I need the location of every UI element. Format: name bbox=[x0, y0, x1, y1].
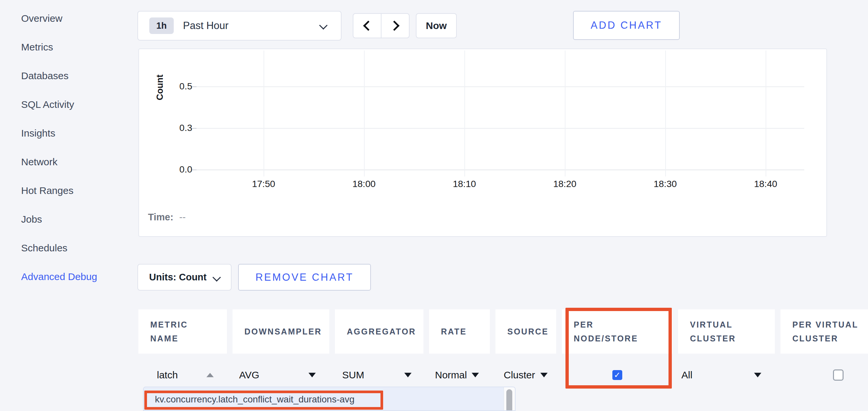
triangle-down-icon[interactable] bbox=[540, 373, 548, 377]
time-range-select[interactable]: 1h Past Hour bbox=[137, 11, 342, 41]
aggregator-select[interactable]: SUM bbox=[342, 370, 364, 381]
column-header-rate[interactable]: RATE bbox=[429, 309, 490, 353]
sidebar-nav: OverviewMetricsDatabasesSQL ActivityInsi… bbox=[0, 4, 132, 291]
y-gridline bbox=[196, 128, 804, 129]
triangle-up-icon[interactable] bbox=[207, 373, 214, 377]
x-tick-label: 18:40 bbox=[743, 179, 789, 189]
sidebar-item-jobs[interactable]: Jobs bbox=[0, 205, 132, 234]
triangle-down-icon[interactable] bbox=[309, 373, 316, 377]
x-gridline bbox=[264, 50, 264, 176]
y-gridline bbox=[196, 170, 804, 170]
source-select[interactable]: Cluster bbox=[504, 370, 535, 381]
units-select-label: Units: Count bbox=[149, 272, 207, 283]
triangle-down-icon[interactable] bbox=[472, 373, 479, 377]
sidebar-item-databases[interactable]: Databases bbox=[0, 61, 132, 90]
y-tick-label: 0.0 bbox=[159, 164, 192, 175]
column-header-line: VIRTUAL bbox=[690, 318, 775, 332]
chart-panel: Count 0.50.30.017:5018:0018:1018:2018:30… bbox=[138, 48, 827, 237]
y-tick-mark bbox=[192, 170, 196, 170]
x-gridline bbox=[464, 50, 465, 176]
virtual-cluster-select[interactable]: All bbox=[681, 370, 692, 381]
sidebar-item-hot-ranges[interactable]: Hot Ranges bbox=[0, 176, 132, 205]
sidebar-item-schedules[interactable]: Schedules bbox=[0, 234, 132, 262]
now-button[interactable]: Now bbox=[416, 13, 457, 38]
chevron-down-icon bbox=[319, 21, 327, 29]
scrollbar-thumb[interactable] bbox=[506, 389, 512, 411]
column-header-aggregator[interactable]: AGGREGATOR bbox=[335, 309, 424, 353]
column-header-per-node-store[interactable]: PERNODE/STORE bbox=[562, 309, 673, 353]
triangle-down-icon[interactable] bbox=[404, 373, 411, 377]
column-header-line: PER VIRTUAL bbox=[793, 318, 868, 332]
column-header-line: NODE/STORE bbox=[574, 332, 673, 345]
column-header-line: DOWNSAMPLER bbox=[244, 324, 329, 338]
x-gridline bbox=[364, 50, 365, 176]
column-header-line: CLUSTER bbox=[690, 332, 775, 345]
sidebar-item-metrics[interactable]: Metrics bbox=[0, 33, 132, 61]
triangle-down-icon[interactable] bbox=[754, 373, 761, 377]
metric-suggestions-dropdown: kv.concurrency.latch_conflict_wait_durat… bbox=[143, 386, 516, 411]
sidebar-item-advanced-debug[interactable]: Advanced Debug bbox=[0, 262, 132, 291]
column-header-line: AGGREGATOR bbox=[347, 324, 424, 338]
x-tick-label: 18:20 bbox=[542, 179, 588, 189]
x-gridline bbox=[665, 50, 666, 176]
x-tick-label: 18:10 bbox=[441, 179, 488, 189]
column-header-per-virtual-cluster[interactable]: PER VIRTUALCLUSTER bbox=[780, 309, 868, 353]
column-header-line: CLUSTER bbox=[793, 332, 868, 345]
x-gridline bbox=[766, 50, 766, 176]
y-tick-label: 0.3 bbox=[159, 123, 192, 133]
x-tick-label: 18:30 bbox=[642, 179, 688, 189]
metric-name-input[interactable]: latch bbox=[157, 370, 178, 381]
per-node-store-checkbox[interactable]: ✓ bbox=[612, 370, 622, 380]
x-tick-label: 17:50 bbox=[241, 179, 287, 189]
y-tick-mark bbox=[192, 87, 196, 87]
chevron-down-icon bbox=[213, 273, 221, 281]
chevron-left-icon bbox=[363, 21, 373, 31]
metric-suggestion[interactable]: kv.concurrency.latch_conflict_wait_durat… bbox=[144, 387, 515, 411]
rate-select[interactable]: Normal bbox=[435, 370, 467, 381]
y-tick-mark bbox=[192, 128, 196, 129]
time-range-badge: 1h bbox=[149, 18, 174, 34]
chevron-right-icon bbox=[389, 21, 399, 31]
units-select[interactable]: Units: Count bbox=[137, 264, 231, 290]
metric-table-header: METRICNAMEDOWNSAMPLERAGGREGATORRATESOURC… bbox=[138, 309, 868, 353]
remove-chart-button[interactable]: REMOVE CHART bbox=[238, 264, 371, 290]
custom-chart-page: OverviewMetricsDatabasesSQL ActivityInsi… bbox=[0, 0, 868, 411]
x-tick-label: 18:00 bbox=[341, 179, 387, 189]
metric-suggestions-list: kv.concurrency.latch_conflict_wait_durat… bbox=[144, 387, 515, 411]
y-tick-label: 0.5 bbox=[159, 81, 192, 92]
column-header-downsampler[interactable]: DOWNSAMPLER bbox=[232, 309, 329, 353]
virtual-cluster-cell: All bbox=[678, 358, 775, 392]
x-gridline bbox=[565, 50, 565, 176]
time-range-label: Past Hour bbox=[183, 20, 228, 32]
column-header-metric-name[interactable]: METRICNAME bbox=[138, 309, 227, 353]
sidebar-item-sql-activity[interactable]: SQL Activity bbox=[0, 90, 132, 119]
column-header-source[interactable]: SOURCE bbox=[495, 309, 556, 353]
prev-range-button[interactable] bbox=[353, 14, 381, 38]
time-range-arrows bbox=[353, 13, 409, 38]
sidebar-item-network[interactable]: Network bbox=[0, 147, 132, 176]
sidebar-item-insights[interactable]: Insights bbox=[0, 119, 132, 147]
dropdown-scrollbar[interactable] bbox=[503, 387, 515, 411]
column-header-line: NAME bbox=[150, 332, 227, 345]
per-node-store-cell: ✓ bbox=[562, 358, 673, 392]
hover-time-readout: Time:-- bbox=[148, 212, 186, 222]
column-header-line: SOURCE bbox=[507, 324, 556, 338]
per-virtual-cluster-cell bbox=[780, 358, 868, 392]
next-range-button[interactable] bbox=[381, 14, 409, 38]
column-header-line: RATE bbox=[441, 324, 490, 338]
downsampler-select[interactable]: AVG bbox=[239, 370, 259, 381]
column-header-virtual-cluster[interactable]: VIRTUALCLUSTER bbox=[678, 309, 775, 353]
column-header-line: PER bbox=[574, 318, 673, 332]
per-virtual-cluster-checkbox[interactable] bbox=[833, 370, 843, 381]
add-chart-button[interactable]: ADD CHART bbox=[573, 11, 680, 40]
time-readout-label: Time: bbox=[148, 212, 174, 222]
column-header-line: METRIC bbox=[150, 318, 227, 332]
sidebar-item-overview[interactable]: Overview bbox=[0, 4, 132, 33]
time-readout-value: -- bbox=[179, 212, 186, 222]
y-gridline bbox=[196, 87, 804, 87]
